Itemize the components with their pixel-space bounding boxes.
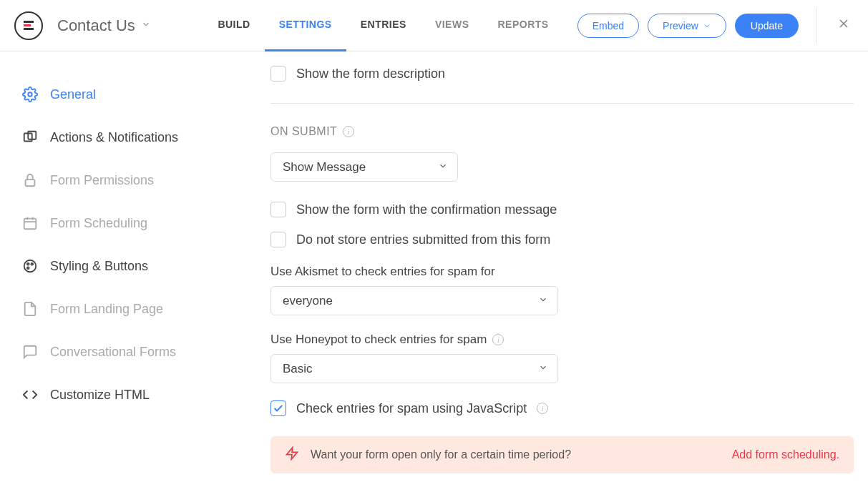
show-description-checkbox[interactable] [270,66,286,82]
calendar-icon [21,215,39,232]
svg-point-12 [31,263,33,265]
chevron-down-icon [703,21,711,30]
sidebar-item-actions[interactable]: Actions & Notifications [0,116,236,159]
divider [270,103,854,104]
page-icon [21,300,39,318]
sidebar-item-label: Actions & Notifications [50,130,178,145]
add-scheduling-link[interactable]: Add form scheduling. [732,448,839,461]
sidebar-item-label: Form Scheduling [50,216,147,231]
gear-icon [21,86,39,103]
chevron-down-icon[interactable] [141,19,151,32]
akismet-label: Use Akismet to check entries for spam fo… [270,265,854,279]
embed-button[interactable]: Embed [577,14,639,38]
sidebar-item-label: Customize HTML [50,388,150,403]
svg-rect-6 [24,219,36,230]
on-submit-title: ON SUBMIT i [270,125,854,138]
header-tabs: BUILD SETTINGS ENTRIES VIEWS REPORTS [203,0,562,51]
tab-settings[interactable]: SETTINGS [265,0,346,51]
main-panel: Show the form description ON SUBMIT i Sh… [236,51,868,487]
app-logo[interactable] [14,11,43,40]
form-title[interactable]: Contact Us [57,16,135,35]
do-not-store-label: Do not store entries submitted from this… [296,232,550,247]
show-with-confirm-row: Show the form with the confirmation mess… [270,202,854,217]
honeypot-label-text: Use Honeypot to check entries for spam [270,333,487,347]
info-icon[interactable]: i [537,403,548,414]
svg-point-2 [28,92,32,97]
sidebar-item-label: Styling & Buttons [50,259,148,274]
sidebar-item-label: Form Permissions [50,173,154,188]
js-check-label: Check entries for spam using JavaScript [296,401,527,416]
info-icon[interactable]: i [492,334,504,345]
palette-icon [21,257,39,275]
sidebar-item-landing[interactable]: Form Landing Page [0,287,236,330]
on-submit-select-wrapper: Show Message [270,152,458,182]
show-description-row: Show the form description [270,66,854,82]
layers-icon [21,129,39,146]
embed-button-label: Embed [593,20,624,31]
header: Contact Us BUILD SETTINGS ENTRIES VIEWS … [0,0,868,51]
show-description-label: Show the form description [296,67,445,82]
sidebar-item-label: General [50,87,96,102]
sidebar-item-customize-html[interactable]: Customize HTML [0,373,236,416]
svg-point-10 [24,260,36,272]
svg-point-11 [27,263,29,265]
sidebar: General Actions & Notifications Form Per… [0,51,236,487]
sidebar-item-general[interactable]: General [0,73,236,116]
chat-icon [21,343,39,360]
sidebar-item-styling[interactable]: Styling & Buttons [0,245,236,287]
on-submit-title-text: ON SUBMIT [270,125,337,138]
js-check-checkbox[interactable] [270,400,286,416]
sidebar-item-conversational[interactable]: Conversational Forms [0,330,236,373]
svg-point-13 [27,267,29,269]
do-not-store-row: Do not store entries submitted from this… [270,232,854,247]
svg-marker-14 [287,448,298,460]
honeypot-label: Use Honeypot to check entries for spam i [270,333,854,347]
header-actions: Embed Preview Update [577,8,854,44]
tab-views[interactable]: VIEWS [421,0,484,51]
svg-rect-5 [26,179,35,186]
banner-text: Want your form open only for a certain t… [311,448,571,461]
tab-reports[interactable]: REPORTS [484,0,563,51]
preview-button[interactable]: Preview [648,14,726,38]
honeypot-select[interactable]: Basic [270,354,558,383]
show-with-confirm-label: Show the form with the confirmation mess… [296,202,557,217]
close-icon[interactable] [834,14,854,37]
tab-entries[interactable]: ENTRIES [346,0,421,51]
scheduling-banner: Want your form open only for a certain t… [270,436,854,473]
preview-button-label: Preview [663,20,698,31]
akismet-select[interactable]: everyone [270,286,558,315]
divider [816,8,816,44]
sidebar-item-scheduling[interactable]: Form Scheduling [0,202,236,245]
sidebar-item-label: Form Landing Page [50,302,163,317]
tab-build[interactable]: BUILD [203,0,264,51]
bolt-icon [285,446,299,463]
lock-icon [21,172,39,189]
honeypot-select-wrapper: Basic [270,354,558,383]
js-check-row: Check entries for spam using JavaScript … [270,400,854,416]
code-icon [21,386,39,403]
akismet-select-wrapper: everyone [270,286,558,315]
sidebar-item-label: Conversational Forms [50,345,176,360]
show-with-confirm-checkbox[interactable] [270,202,286,217]
on-submit-select[interactable]: Show Message [270,152,458,182]
do-not-store-checkbox[interactable] [270,232,286,247]
update-button[interactable]: Update [735,14,799,38]
content: General Actions & Notifications Form Per… [0,51,868,487]
sidebar-item-permissions[interactable]: Form Permissions [0,159,236,202]
info-icon[interactable]: i [343,126,354,137]
